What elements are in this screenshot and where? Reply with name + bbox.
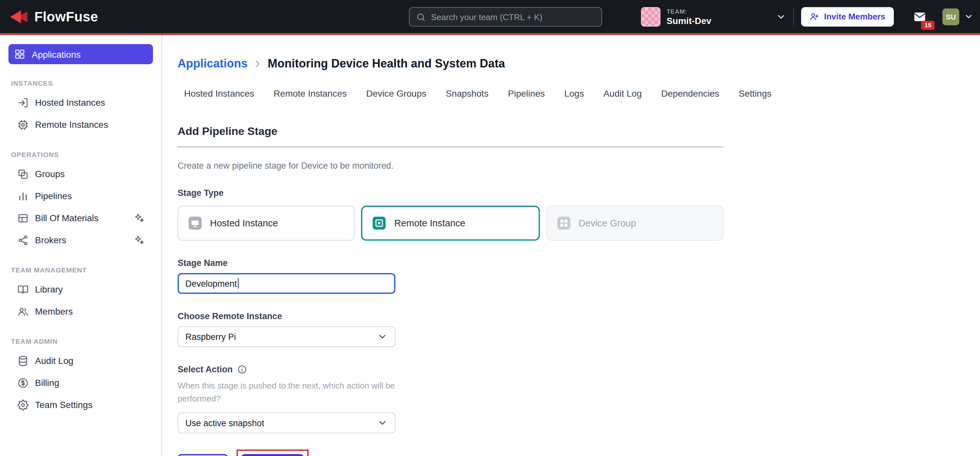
- sidebar-item-remote-instances[interactable]: Remote Instances: [12, 113, 153, 136]
- tab-remote-instances[interactable]: Remote Instances: [274, 88, 347, 99]
- team-selector[interactable]: TEAM: Sumit-Dev: [641, 7, 786, 26]
- members-icon: [18, 306, 29, 317]
- notifications-button[interactable]: 15: [911, 5, 929, 27]
- team-settings-icon: [18, 399, 29, 410]
- sidebar-heading-team-management: TEAM MANAGEMENT: [11, 266, 153, 274]
- brand-name: FlowFuse: [34, 9, 98, 24]
- tab-snapshots[interactable]: Snapshots: [445, 88, 488, 99]
- divider: [178, 147, 723, 147]
- sidebar-item-label: Audit Log: [35, 356, 73, 366]
- hosted-instances-icon: [18, 97, 29, 108]
- page-title: Monitoring Device Health and System Data: [268, 57, 505, 71]
- stage-type-hosted-instance-card[interactable]: Hosted Instance: [178, 206, 355, 241]
- sidebar-item-label: Bill Of Materials: [35, 213, 99, 223]
- search-icon: [416, 12, 426, 22]
- sidebar-heading-instances: INSTANCES: [11, 79, 153, 87]
- form-actions: Cancel Add Stage: [178, 450, 723, 456]
- hosted-instance-card-icon: [187, 215, 203, 231]
- tab-audit-log[interactable]: Audit Log: [603, 88, 642, 99]
- stage-type-device-group-card: Device Group: [546, 206, 723, 241]
- remote-instance-card-icon: [372, 215, 387, 231]
- audit-log-icon: [18, 355, 29, 366]
- select-value: Raspberry Pi: [185, 332, 236, 341]
- chevron-down-icon: [377, 332, 388, 342]
- stage-type-remote-instance-card[interactable]: Remote Instance: [361, 206, 540, 241]
- stage-name-input[interactable]: Development: [178, 273, 395, 294]
- top-navbar: FlowFuse TEAM: Sumit-Dev Invite Members: [0, 0, 980, 35]
- sidebar: Applications INSTANCES Hosted Instances …: [0, 35, 162, 456]
- user-menu[interactable]: SU: [942, 8, 974, 25]
- tab-logs[interactable]: Logs: [564, 88, 584, 99]
- user-avatar: SU: [942, 8, 959, 25]
- sidebar-heading-operations: OPERATIONS: [11, 150, 153, 158]
- sidebar-item-applications[interactable]: Applications: [8, 44, 153, 64]
- search-input[interactable]: [431, 12, 595, 22]
- main-content: Applications Monitoring Device Health an…: [162, 35, 980, 456]
- applications-icon: [14, 49, 25, 60]
- select-value: Use active snapshot: [185, 418, 264, 428]
- tab-device-groups[interactable]: Device Groups: [366, 88, 426, 99]
- annotation-highlight: Add Stage: [237, 450, 309, 456]
- chevron-down-icon: [776, 11, 786, 22]
- tab-settings[interactable]: Settings: [738, 88, 771, 99]
- sidebar-item-label: Billing: [35, 378, 59, 388]
- library-icon: [18, 284, 29, 295]
- sidebar-item-bill-of-materials[interactable]: Bill Of Materials: [12, 207, 153, 229]
- stage-name-label: Stage Name: [178, 258, 723, 268]
- brand[interactable]: FlowFuse: [9, 9, 98, 24]
- sidebar-item-label: Brokers: [35, 235, 66, 245]
- sidebar-item-brokers[interactable]: Brokers: [12, 229, 153, 251]
- select-action-label: Select Action: [178, 365, 233, 374]
- sidebar-item-label: Hosted Instances: [35, 97, 105, 108]
- team-label: TEAM:: [667, 8, 711, 14]
- select-action-label-row: Select Action: [178, 365, 723, 374]
- sidebar-item-pipelines[interactable]: Pipelines: [12, 185, 153, 207]
- pipelines-icon: [18, 190, 29, 201]
- sidebar-item-label: Team Settings: [35, 400, 92, 410]
- cancel-button[interactable]: Cancel: [178, 454, 229, 456]
- sidebar-item-label: Groups: [35, 169, 65, 179]
- brokers-icon: [18, 234, 29, 246]
- chevron-right-icon: [252, 58, 263, 69]
- sidebar-item-label: Remote Instances: [35, 120, 108, 130]
- tab-pipelines[interactable]: Pipelines: [508, 88, 545, 99]
- person-plus-icon: [810, 12, 819, 21]
- sidebar-item-hosted-instances[interactable]: Hosted Instances: [12, 91, 153, 113]
- sparkles-icon: [134, 234, 145, 246]
- team-avatar: [641, 7, 661, 26]
- add-pipeline-stage-form: Add Pipeline Stage Create a new pipeline…: [178, 125, 723, 456]
- remote-instances-icon: [18, 119, 29, 130]
- bill-of-materials-icon: [18, 212, 29, 223]
- sidebar-item-groups[interactable]: Groups: [12, 163, 153, 185]
- sidebar-item-label: Members: [35, 306, 73, 317]
- sidebar-item-library[interactable]: Library: [12, 278, 153, 300]
- sidebar-item-team-settings[interactable]: Team Settings: [12, 394, 153, 416]
- sidebar-item-billing[interactable]: Billing: [12, 371, 153, 394]
- add-stage-button[interactable]: Add Stage: [242, 454, 304, 456]
- invite-members-button[interactable]: Invite Members: [802, 7, 894, 26]
- breadcrumb: Applications Monitoring Device Health an…: [178, 57, 980, 71]
- stage-type-card-label: Device Group: [579, 218, 636, 228]
- remote-instance-select[interactable]: Raspberry Pi: [178, 326, 395, 347]
- form-title: Add Pipeline Stage: [178, 125, 723, 138]
- navbar-divider: [794, 7, 794, 26]
- sidebar-item-label: Library: [35, 284, 63, 295]
- action-select[interactable]: Use active snapshot: [178, 413, 395, 434]
- breadcrumb-applications-link[interactable]: Applications: [178, 57, 248, 71]
- sidebar-item-audit-log[interactable]: Audit Log: [12, 350, 153, 371]
- select-action-help: When this stage is pushed to the next, w…: [178, 379, 406, 406]
- sparkles-icon: [134, 212, 145, 223]
- groups-icon: [18, 168, 29, 179]
- tab-hosted-instances[interactable]: Hosted Instances: [184, 88, 254, 99]
- tab-dependencies[interactable]: Dependencies: [661, 88, 719, 99]
- tab-bar: Hosted Instances Remote Instances Device…: [184, 88, 980, 99]
- device-group-card-icon: [556, 215, 571, 231]
- sidebar-item-members[interactable]: Members: [12, 300, 153, 322]
- invite-members-label: Invite Members: [824, 12, 885, 21]
- chevron-down-icon: [964, 12, 974, 21]
- text-cursor: [237, 278, 239, 289]
- remote-instance-label: Choose Remote Instance: [178, 311, 723, 321]
- search-bar[interactable]: [409, 7, 602, 27]
- info-icon[interactable]: [237, 365, 247, 374]
- sidebar-heading-team-admin: TEAM ADMIN: [11, 337, 153, 345]
